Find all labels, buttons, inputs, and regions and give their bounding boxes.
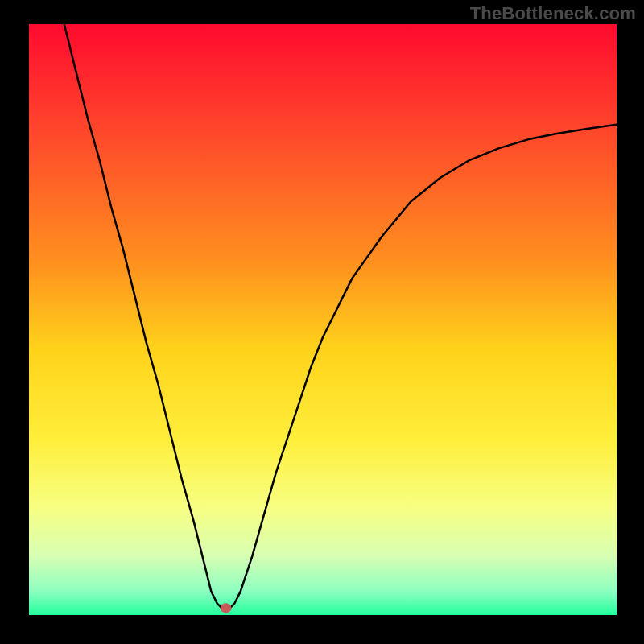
plot-background [29,24,617,615]
chart-frame: TheBottleneck.com [0,0,644,644]
watermark-text: TheBottleneck.com [470,3,636,24]
bottleneck-chart [0,0,644,644]
optimum-marker [221,603,232,613]
